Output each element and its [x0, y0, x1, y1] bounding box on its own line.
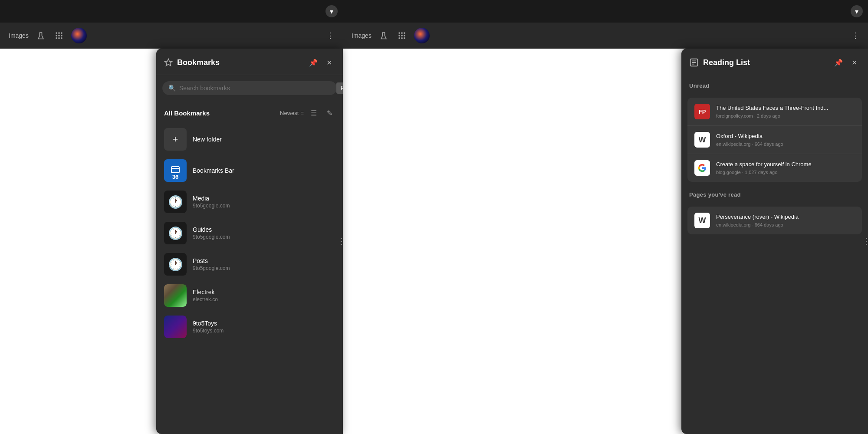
- sort-icon: ≡: [300, 110, 304, 116]
- posts-thumb: 🕐: [164, 253, 187, 276]
- right-apps-icon[interactable]: [396, 30, 408, 42]
- svg-rect-8: [61, 37, 62, 39]
- new-folder-icon: +: [164, 128, 187, 151]
- reading-list-panel: Reading List 📌 ✕ Unread FP The United St…: [681, 49, 868, 434]
- media-name: Media: [193, 195, 230, 202]
- guides-item[interactable]: 🕐 Guides 9to5google.com: [156, 217, 343, 249]
- unread-section-title: Unread: [687, 79, 862, 92]
- bookmarks-bar-thumb: 36: [164, 159, 187, 182]
- right-flask-icon[interactable]: [378, 30, 390, 42]
- svg-rect-2: [61, 33, 62, 34]
- left-page-text: Images: [9, 32, 29, 39]
- svg-rect-18: [398, 37, 400, 39]
- right-chevron-down-icon[interactable]: ▾: [851, 5, 863, 17]
- electrek-url: electrek.co: [193, 296, 218, 302]
- list-view-icon[interactable]: ☰: [308, 107, 319, 118]
- perseverance-favicon: W: [694, 213, 710, 228]
- posts-name: Posts: [193, 257, 230, 264]
- left-address-bar: Images ⋮: [0, 23, 343, 49]
- reading-list-title: Reading List: [703, 58, 828, 67]
- reading-list-pin-icon[interactable]: 📌: [832, 56, 845, 69]
- all-bookmarks-header: All Bookmarks Newest ≡ ☰ ✎: [156, 104, 343, 122]
- read-section: W Perseverance (rover) - Wikipedia en.wi…: [687, 207, 862, 234]
- rl-item-fp[interactable]: FP The United States Faces a Three-Front…: [687, 98, 862, 126]
- reading-list-body: Unread FP The United States Faces a Thre…: [681, 75, 868, 434]
- right-drag-handle[interactable]: [865, 233, 868, 250]
- left-drag-handle[interactable]: [339, 233, 343, 250]
- reading-list-icon: [689, 58, 699, 67]
- svg-rect-4: [58, 35, 59, 36]
- svg-rect-15: [398, 35, 400, 36]
- fp-title: The United States Faces a Three-Front In…: [716, 105, 828, 112]
- electrek-name: Electrek: [193, 289, 218, 296]
- rl-item-perseverance[interactable]: W Perseverance (rover) - Wikipedia en.wi…: [687, 207, 862, 234]
- bookmarks-sort-actions: Newest ≡ ☰ ✎: [280, 107, 335, 118]
- right-avatar[interactable]: [414, 28, 430, 43]
- left-avatar[interactable]: [71, 28, 87, 43]
- reading-list-header-actions: 📌 ✕: [832, 56, 860, 69]
- right-content-area: Reading List 📌 ✕ Unread FP The United St…: [343, 49, 868, 434]
- right-page-text: Images: [352, 32, 372, 39]
- electrek-thumb: [164, 284, 187, 307]
- bookmarks-header-actions: 📌 ✕: [307, 56, 335, 69]
- bookmarks-bar-count: 36: [164, 174, 187, 180]
- svg-rect-20: [404, 37, 405, 39]
- guides-thumb: 🕐: [164, 222, 187, 244]
- google-favicon: [694, 160, 710, 176]
- perseverance-title: Perseverance (rover) - Wikipedia: [716, 214, 799, 221]
- left-apps-icon[interactable]: [53, 30, 65, 42]
- bookmarks-panel: Bookmarks 📌 ✕ 🔍 Pin to toolbar All Bookm…: [156, 49, 343, 434]
- bookmarks-panel-header: Bookmarks 📌 ✕: [156, 49, 343, 75]
- all-bookmarks-label: All Bookmarks: [164, 109, 210, 117]
- svg-rect-0: [56, 33, 57, 34]
- fp-favicon: FP: [694, 104, 710, 119]
- bookmarks-bar-item[interactable]: 36 Bookmarks Bar: [156, 155, 343, 186]
- bookmark-search-input[interactable]: [179, 85, 331, 92]
- bookmarks-list: All Bookmarks Newest ≡ ☰ ✎ + New folde: [156, 99, 343, 434]
- svg-rect-5: [61, 35, 62, 36]
- search-icon: 🔍: [168, 85, 176, 92]
- electrek-item[interactable]: Electrek electrek.co: [156, 280, 343, 311]
- 9to5toys-url: 9to5toys.com: [193, 328, 224, 334]
- left-half: ▾ Images ⋮: [0, 0, 343, 434]
- left-three-dots[interactable]: ⋮: [326, 31, 334, 40]
- reading-list-close-icon[interactable]: ✕: [848, 56, 860, 69]
- posts-url: 9to5google.com: [193, 265, 230, 271]
- posts-item[interactable]: 🕐 Posts 9to5google.com: [156, 249, 343, 280]
- svg-rect-10: [171, 167, 179, 173]
- rl-item-oxford[interactable]: W Oxford - Wikipedia en.wikipedia.org · …: [687, 126, 862, 154]
- 9to5toys-thumb: [164, 316, 187, 338]
- left-topbar: ▾: [0, 0, 343, 23]
- right-half: ▾ Images ⋮: [343, 0, 868, 434]
- pin-icon[interactable]: 📌: [307, 56, 319, 69]
- unread-section: FP The United States Faces a Three-Front…: [687, 98, 862, 182]
- 9to5toys-name: 9to5Toys: [193, 320, 224, 327]
- new-folder-item[interactable]: + New folder: [156, 124, 343, 155]
- svg-rect-12: [398, 33, 400, 34]
- svg-rect-13: [401, 33, 402, 34]
- right-three-dots[interactable]: ⋮: [852, 31, 859, 40]
- left-flask-icon[interactable]: [35, 30, 47, 42]
- svg-rect-14: [404, 33, 405, 34]
- 9to5toys-item[interactable]: 9to5Toys 9to5toys.com: [156, 311, 343, 342]
- oxford-meta: en.wikipedia.org · 664 days ago: [716, 141, 783, 147]
- edit-icon[interactable]: ✎: [324, 107, 335, 118]
- bookmark-search-box: 🔍 Pin to toolbar: [162, 81, 337, 95]
- close-icon[interactable]: ✕: [323, 56, 335, 69]
- svg-rect-16: [401, 35, 402, 36]
- sort-label[interactable]: Newest ≡: [280, 110, 304, 116]
- oxford-title: Oxford - Wikipedia: [716, 133, 783, 140]
- pin-to-toolbar-tooltip: Pin to toolbar: [336, 82, 343, 94]
- svg-rect-7: [58, 37, 59, 39]
- rl-item-google[interactable]: Create a space for yourself in Chrome bl…: [687, 154, 862, 182]
- left-content-area: Bookmarks 📌 ✕ 🔍 Pin to toolbar All Bookm…: [0, 49, 343, 434]
- oxford-favicon: W: [694, 132, 710, 148]
- media-item[interactable]: 🕐 Media 9to5google.com: [156, 186, 343, 217]
- fp-meta: foreignpolicy.com · 2 days ago: [716, 113, 828, 118]
- svg-rect-1: [58, 33, 59, 34]
- bookmarks-title: Bookmarks: [177, 58, 303, 67]
- right-topbar: ▾: [343, 0, 868, 23]
- left-chevron-down-icon[interactable]: ▾: [326, 5, 338, 17]
- guides-name: Guides: [193, 226, 230, 233]
- guides-url: 9to5google.com: [193, 234, 230, 240]
